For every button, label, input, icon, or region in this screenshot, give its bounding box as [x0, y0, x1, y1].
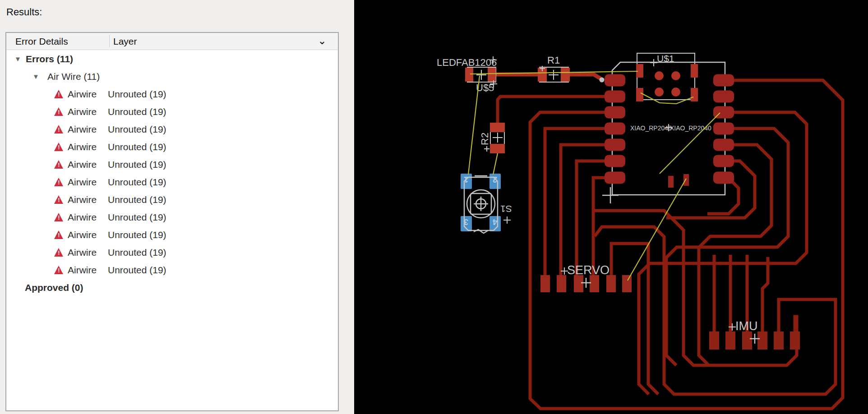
ledfab-label: LEDFAB1206: [437, 57, 497, 68]
top-traces[interactable]: [495, 74, 602, 79]
error-layer-cell: Unrouted (19): [108, 156, 166, 173]
tree-node-air-wire[interactable]: ▼ Air Wire (11): [6, 68, 338, 85]
column-header-layer[interactable]: Layer: [113, 33, 137, 50]
drc-results-panel: Results: Error Details Layer ⌄ ▼ Errors …: [0, 0, 354, 414]
warning-triangle-icon: !: [54, 213, 64, 221]
errors-group-label: Errors (11): [26, 50, 73, 68]
r1-label: R1: [547, 55, 560, 66]
warning-triangle-icon: !: [54, 266, 64, 274]
error-detail-cell: Airwire: [68, 85, 97, 103]
module-inner-pad: [683, 174, 689, 186]
chevron-down-icon[interactable]: ⌄: [316, 35, 328, 47]
board-editor-canvas[interactable]: U$1 LEDFAB1206 U$5 R1: [354, 0, 868, 414]
error-detail-cell: Airwire: [68, 103, 97, 120]
origin-cross-icon: [476, 70, 486, 80]
warning-triangle-icon: !: [54, 248, 64, 257]
usb-connector-u1[interactable]: U$1: [636, 53, 698, 101]
airwire-error-row[interactable]: ! Airwire Unrouted (19): [6, 138, 338, 156]
airwire-error-row[interactable]: ! Airwire Unrouted (19): [6, 156, 338, 173]
error-layer-cell: Unrouted (19): [108, 208, 166, 226]
error-layer-cell: Unrouted (19): [108, 261, 166, 279]
error-layer-cell: Unrouted (19): [108, 191, 166, 208]
airwire-error-row[interactable]: ! Airwire Unrouted (19): [6, 191, 338, 208]
origin-cross-icon: [493, 133, 503, 143]
servo-header[interactable]: SERVO: [540, 263, 632, 292]
tree-node-errors[interactable]: ▼ Errors (11): [6, 50, 338, 68]
error-table: Error Details Layer ⌄ ▼ Errors (11) ▼ Ai…: [5, 32, 339, 411]
airwire-error-row[interactable]: ! Airwire Unrouted (19): [6, 261, 338, 279]
airwire-error-row[interactable]: ! Airwire Unrouted (19): [6, 103, 338, 120]
airwire-error-row[interactable]: ! Airwire Unrouted (19): [6, 226, 338, 244]
collapse-triangle-icon[interactable]: ▼: [32, 68, 39, 85]
resistor-r1[interactable]: R1: [538, 55, 570, 82]
s1-label: S1: [500, 204, 512, 214]
collapse-triangle-icon[interactable]: ▼: [14, 50, 21, 68]
app-window: Results: Error Details Layer ⌄ ▼ Errors …: [0, 0, 868, 414]
u1-label: U$1: [657, 53, 674, 64]
tree-node-approved[interactable]: Approved (0): [6, 279, 338, 296]
airwire-error-row[interactable]: ! Airwire Unrouted (19): [6, 173, 338, 191]
error-layer-cell: Unrouted (19): [108, 244, 166, 261]
error-detail-cell: Airwire: [68, 261, 97, 279]
error-layer-cell: Unrouted (19): [108, 173, 166, 191]
air-wire-group-label: Air Wire (11): [47, 68, 100, 85]
r2-label: R2: [479, 133, 490, 145]
error-detail-cell: Airwire: [68, 173, 97, 191]
results-title: Results:: [6, 6, 42, 18]
error-detail-cell: Airwire: [68, 156, 97, 173]
approved-label: Approved (0): [25, 279, 83, 296]
via-dot[interactable]: [600, 78, 605, 83]
airwire-error-row[interactable]: ! Airwire Unrouted (19): [6, 85, 338, 103]
xiao-silk-text: XIAO_RP2040 XIAO_RP2040: [630, 124, 711, 132]
module-inner-pad: [668, 176, 674, 188]
warning-triangle-icon: !: [54, 160, 64, 169]
warning-triangle-icon: !: [54, 195, 64, 204]
error-detail-cell: Airwire: [68, 208, 97, 226]
airwire-error-row[interactable]: ! Airwire Unrouted (19): [6, 208, 338, 226]
error-detail-cell: Airwire: [68, 138, 97, 156]
error-tree: ▼ Errors (11) ▼ Air Wire (11) ! Airwire …: [6, 50, 338, 296]
resistor-r2[interactable]: R2: [479, 123, 505, 153]
error-layer-cell: Unrouted (19): [108, 85, 166, 103]
error-layer-cell: Unrouted (19): [108, 120, 166, 138]
warning-triangle-icon: !: [54, 125, 64, 133]
plus-mark-icon: [484, 146, 489, 152]
servo-label: SERVO: [567, 263, 609, 277]
error-layer-cell: Unrouted (19): [108, 226, 166, 244]
plus-mark-icon: [503, 216, 511, 224]
error-layer-cell: Unrouted (19): [108, 103, 166, 120]
airwire-rows: ! Airwire Unrouted (19) ! Airwire Unrout…: [6, 85, 338, 279]
origin-cross-icon: [549, 70, 559, 80]
error-detail-cell: Airwire: [68, 191, 97, 208]
error-table-header: Error Details Layer ⌄: [6, 33, 338, 50]
airwire-error-row[interactable]: ! Airwire Unrouted (19): [6, 244, 338, 261]
airwire-error-row[interactable]: ! Airwire Unrouted (19): [6, 120, 338, 138]
warning-triangle-icon: !: [54, 90, 64, 98]
warning-triangle-icon: !: [54, 143, 64, 151]
imu-header[interactable]: IMU: [709, 319, 800, 350]
error-detail-cell: Airwire: [68, 244, 97, 261]
warning-triangle-icon: !: [54, 178, 64, 186]
error-detail-cell: Airwire: [68, 120, 97, 138]
column-divider[interactable]: [109, 35, 110, 47]
svg-text:4: 4: [493, 217, 497, 226]
button-s1[interactable]: 1 2 3 4 S1: [461, 174, 512, 233]
warning-triangle-icon: !: [54, 230, 64, 239]
error-detail-cell: Airwire: [68, 226, 97, 244]
imu-label: IMU: [735, 319, 758, 333]
origin-cross-icon: [650, 59, 657, 66]
led-u5[interactable]: LEDFAB1206 U$5: [437, 56, 497, 93]
error-layer-cell: Unrouted (19): [108, 138, 166, 156]
warning-triangle-icon: !: [54, 107, 64, 116]
column-header-error-details[interactable]: Error Details: [15, 33, 68, 50]
